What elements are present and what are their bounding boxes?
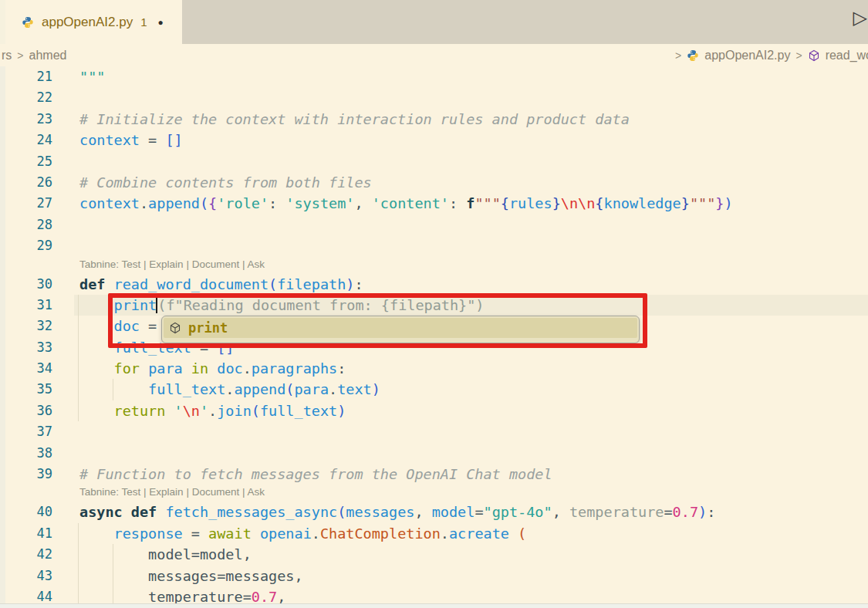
breadcrumb-item-parent[interactable]: rs — [2, 49, 12, 62]
token-pun — [509, 525, 518, 542]
breadcrumb-item-file[interactable]: appOpenAI2.py — [704, 49, 790, 62]
token-pun — [123, 504, 131, 520]
codelens-link-document[interactable]: Document — [192, 258, 240, 270]
python-icon — [687, 49, 699, 62]
code-line-content[interactable] — [74, 87, 868, 108]
line-number: 28 — [0, 214, 74, 235]
code-line-content[interactable]: """ — [74, 66, 868, 87]
token-fbrace: } — [552, 195, 561, 211]
token-fbrace: { — [501, 195, 509, 211]
code-line-content[interactable]: # Function to fetch messages from the Op… — [74, 464, 868, 485]
codelens-link-test[interactable]: Test — [122, 258, 141, 270]
code-line-content[interactable]: def read_word_document(filepath): — [74, 274, 868, 295]
code-line: 22 — [0, 87, 868, 108]
token-id: read_word_document — [114, 276, 269, 292]
token-pun: : — [707, 504, 715, 520]
line-number: 30 — [0, 274, 74, 295]
code-line: 29 — [0, 235, 868, 256]
code-line: 34 for para in doc.paragraphs: — [0, 358, 868, 379]
token-brk: ( — [200, 195, 208, 211]
token-kw: in — [191, 360, 208, 377]
code-line: 43 messages=messages, — [0, 566, 868, 586]
codelens-prefix: Tabnine: — [79, 486, 122, 498]
token-brace: { — [208, 195, 217, 211]
code-line-content[interactable]: messages=messages, — [74, 566, 868, 586]
code-line: 21""" — [0, 66, 868, 87]
token-esc: \n\n — [561, 195, 596, 211]
code-line-content[interactable] — [74, 421, 868, 442]
codelens-link-explain[interactable]: Explain — [149, 258, 183, 270]
token-id: paragraphs — [252, 360, 337, 377]
token-str: "gpt-4o" — [484, 504, 552, 520]
tab-label: appOpenAI2.py — [42, 15, 133, 30]
line-number: 38 — [0, 443, 74, 464]
code-line-content[interactable]: context = [] — [74, 130, 868, 150]
bottom-edge — [0, 603, 868, 608]
token-str: ' — [174, 403, 183, 419]
code-line: 36 return '\n'.join(full_text) — [0, 400, 868, 421]
line-number: 29 — [0, 235, 74, 256]
tab-appopenai2[interactable]: appOpenAI2.py 1 ● — [5, 0, 182, 44]
breadcrumb-right: > appOpenAI2.py > read_wo — [675, 49, 868, 62]
codelens-link-test[interactable]: Test — [122, 486, 141, 498]
code-line-content[interactable] — [74, 214, 868, 235]
line-number: 25 — [0, 151, 74, 172]
token-esc: \n — [183, 403, 200, 419]
codelens-separator: | — [239, 486, 247, 498]
token-str: """ — [79, 69, 105, 85]
code-line-content[interactable]: for para in doc.paragraphs: — [74, 358, 868, 379]
breadcrumb-item-symbol[interactable]: read_wo — [826, 49, 868, 62]
run-icon[interactable]: ▷ — [853, 8, 867, 27]
indent-guide — [78, 295, 79, 316]
code-line-content[interactable]: async def fetch_messages_async(messages,… — [74, 502, 868, 522]
chevron-right-icon: > — [675, 49, 681, 62]
token-fq: """ — [690, 195, 715, 211]
token-num: 0.7 — [673, 504, 698, 520]
token-id: response — [114, 525, 183, 542]
code-line: 25 — [0, 151, 868, 172]
code-line-content[interactable] — [74, 151, 868, 172]
code-line-content[interactable] — [74, 235, 868, 256]
codelens-link-ask[interactable]: Ask — [247, 258, 265, 270]
token-pun: , — [414, 504, 431, 520]
code-line-content[interactable]: response = await openai.ChatCompletion.a… — [74, 523, 868, 544]
token-defkw: f — [466, 195, 475, 211]
tabnine-codelens-row: Tabnine: Test | Explain | Document | Ask — [0, 257, 868, 274]
codelens-link-document[interactable]: Document — [192, 486, 240, 498]
code-line: 38 — [0, 443, 868, 464]
token-fq: """ — [475, 195, 500, 211]
token-id: full_text — [148, 381, 225, 397]
token-pun — [165, 403, 174, 419]
codelens-link-explain[interactable]: Explain — [149, 486, 183, 498]
line-number: 23 — [0, 109, 74, 130]
symbol-cube-icon — [808, 49, 820, 62]
indent-guide — [78, 566, 79, 586]
code-line-content[interactable]: # Initialize the context with interactio… — [74, 109, 868, 130]
token-kw: await — [208, 525, 252, 542]
dirty-indicator-icon[interactable]: ● — [158, 17, 164, 28]
code-line-content[interactable]: full_text.append(para.text) — [74, 379, 868, 400]
token-brk: ( — [285, 381, 294, 397]
token-ind — [79, 381, 148, 397]
code-line-content[interactable]: model=model, — [74, 544, 868, 565]
token-brk: ) — [346, 276, 354, 292]
token-cls: ChatCompletion — [320, 525, 441, 542]
token-brk: ) — [372, 381, 380, 397]
token-ind — [79, 403, 114, 419]
code-line-content[interactable]: return '\n'.join(full_text) — [74, 400, 868, 421]
token-pun: : — [269, 195, 285, 211]
line-number: 40 — [0, 502, 74, 522]
token-defkw: async — [79, 504, 123, 520]
code-line-content[interactable] — [74, 443, 868, 464]
indent-guide — [78, 544, 79, 565]
token-id: model — [432, 504, 475, 520]
token-id: append — [235, 381, 286, 397]
codelens-link-ask[interactable]: Ask — [247, 486, 265, 498]
indent-guide — [113, 566, 113, 586]
codelens-separator: | — [140, 258, 149, 270]
code-line-content[interactable]: context.append({'role': 'system', 'conte… — [74, 193, 868, 214]
token-str: 'system' — [285, 195, 354, 211]
code-line-content[interactable]: # Combine contents from both files — [74, 172, 868, 193]
breadcrumb-item-folder[interactable]: ahmed — [29, 49, 67, 62]
line-number — [0, 257, 74, 274]
